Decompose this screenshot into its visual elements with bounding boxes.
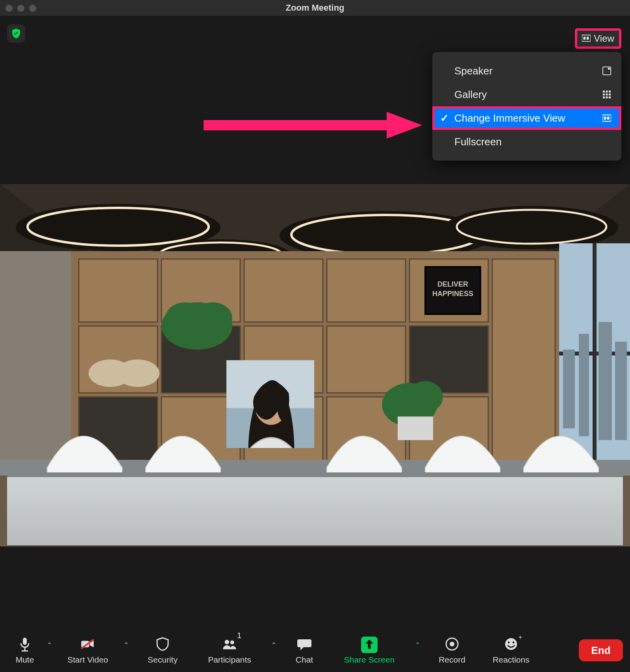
window-title: Zoom Meeting bbox=[285, 3, 344, 13]
chat-icon bbox=[296, 636, 312, 653]
svg-rect-72 bbox=[22, 650, 28, 652]
reactions-icon bbox=[503, 636, 519, 653]
chat-button[interactable]: Chat bbox=[281, 629, 328, 672]
participants-button[interactable]: 1 Participants bbox=[192, 629, 267, 672]
meeting-content: View Speaker Gallery ✓ Change Immersive … bbox=[0, 16, 630, 629]
participant-video-tile[interactable] bbox=[226, 360, 314, 448]
svg-rect-31 bbox=[244, 259, 323, 322]
svg-text:DELIVER: DELIVER bbox=[437, 280, 468, 288]
svg-rect-10 bbox=[609, 94, 611, 96]
svg-rect-15 bbox=[604, 117, 606, 119]
svg-point-81 bbox=[513, 642, 515, 644]
video-off-icon bbox=[80, 636, 96, 653]
shield-icon bbox=[155, 636, 170, 653]
record-icon bbox=[444, 636, 460, 653]
share-screen-button[interactable]: Share Screen bbox=[328, 629, 411, 672]
svg-rect-12 bbox=[606, 96, 608, 98]
wall-frame: DELIVER HAPPINESS bbox=[425, 267, 480, 314]
svg-rect-53 bbox=[398, 417, 433, 440]
immersive-view-icon bbox=[582, 33, 591, 44]
immersive-view-icon bbox=[602, 114, 611, 122]
svg-rect-32 bbox=[327, 259, 406, 322]
svg-point-76 bbox=[230, 641, 234, 644]
svg-rect-2 bbox=[587, 37, 589, 39]
svg-rect-8 bbox=[603, 94, 605, 96]
check-icon: ✓ bbox=[440, 112, 449, 124]
svg-rect-29 bbox=[79, 259, 158, 322]
svg-rect-56 bbox=[0, 251, 71, 472]
svg-rect-0 bbox=[582, 35, 591, 42]
svg-rect-37 bbox=[327, 326, 406, 393]
svg-rect-11 bbox=[603, 96, 605, 98]
svg-rect-70 bbox=[23, 638, 27, 645]
view-menu-gallery[interactable]: Gallery bbox=[432, 83, 621, 106]
menu-item-label: Fullscreen bbox=[454, 136, 502, 148]
reactions-button[interactable]: + Reactions bbox=[480, 629, 543, 672]
svg-rect-13 bbox=[609, 96, 611, 98]
svg-rect-71 bbox=[24, 647, 26, 650]
svg-point-50 bbox=[193, 302, 232, 334]
close-window-dot[interactable] bbox=[6, 5, 13, 12]
zoom-window-dot[interactable] bbox=[29, 5, 36, 12]
svg-rect-44 bbox=[492, 259, 555, 464]
svg-rect-63 bbox=[615, 342, 627, 440]
svg-rect-6 bbox=[606, 91, 608, 93]
view-menu-speaker[interactable]: Speaker bbox=[432, 59, 621, 83]
participants-icon bbox=[222, 636, 237, 653]
share-screen-icon bbox=[361, 637, 378, 653]
view-menu-fullscreen[interactable]: Fullscreen bbox=[432, 130, 621, 154]
svg-point-79 bbox=[505, 638, 517, 650]
start-video-button[interactable]: Start Video bbox=[56, 629, 119, 672]
window-controls[interactable] bbox=[6, 5, 36, 12]
svg-rect-4 bbox=[608, 68, 610, 70]
zoom-window: Zoom Meeting View Speaker Gallery ✓ bbox=[0, 0, 630, 672]
security-button[interactable]: Security bbox=[133, 629, 192, 672]
encryption-badge[interactable] bbox=[7, 24, 25, 43]
menu-item-label: Gallery bbox=[454, 89, 487, 101]
shield-check-icon bbox=[10, 28, 22, 39]
view-button-label: View bbox=[594, 33, 614, 44]
annotation-arrow bbox=[202, 109, 426, 141]
meeting-toolbar: Mute ⌃ Start Video ⌃ Security 1 Particip… bbox=[0, 629, 630, 672]
view-menu-change-immersive[interactable]: ✓ Change Immersive View bbox=[432, 106, 621, 130]
svg-rect-60 bbox=[563, 350, 575, 428]
menu-item-label: Speaker bbox=[454, 65, 493, 77]
microphone-icon bbox=[17, 636, 33, 653]
video-options-caret[interactable]: ⌃ bbox=[119, 641, 133, 650]
plus-icon: + bbox=[519, 634, 522, 641]
svg-point-52 bbox=[408, 381, 443, 413]
view-button[interactable]: View bbox=[575, 28, 621, 49]
svg-point-55 bbox=[116, 359, 159, 387]
svg-point-78 bbox=[450, 642, 454, 646]
svg-rect-62 bbox=[598, 322, 612, 440]
gallery-view-icon bbox=[602, 90, 611, 99]
titlebar: Zoom Meeting bbox=[0, 0, 630, 16]
share-options-caret[interactable]: ⌃ bbox=[411, 641, 424, 650]
participants-options-caret[interactable]: ⌃ bbox=[267, 641, 281, 650]
participants-count: 1 bbox=[237, 631, 241, 640]
end-meeting-button[interactable]: End bbox=[579, 639, 623, 661]
svg-rect-9 bbox=[606, 94, 608, 96]
mute-button[interactable]: Mute bbox=[7, 629, 43, 672]
speaker-view-icon bbox=[602, 67, 611, 75]
svg-rect-5 bbox=[603, 91, 605, 93]
mute-options-caret[interactable]: ⌃ bbox=[43, 641, 56, 650]
record-button[interactable]: Record bbox=[424, 629, 480, 672]
svg-rect-14 bbox=[602, 115, 611, 122]
conference-table-front bbox=[7, 472, 623, 545]
svg-rect-61 bbox=[579, 334, 589, 436]
svg-point-80 bbox=[508, 642, 510, 644]
svg-rect-7 bbox=[609, 91, 611, 93]
svg-rect-16 bbox=[607, 117, 610, 119]
svg-point-75 bbox=[225, 640, 230, 644]
view-menu: Speaker Gallery ✓ Change Immersive View … bbox=[432, 52, 621, 161]
menu-item-label: Change Immersive View bbox=[454, 112, 565, 124]
svg-text:HAPPINESS: HAPPINESS bbox=[432, 290, 473, 298]
svg-rect-1 bbox=[584, 37, 586, 39]
minimize-window-dot[interactable] bbox=[17, 5, 24, 12]
